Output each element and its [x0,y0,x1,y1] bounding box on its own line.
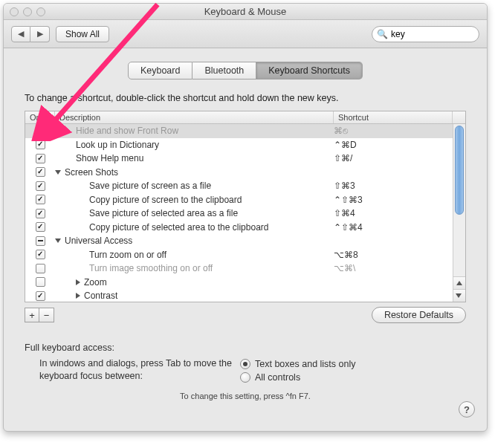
fka-options: Text boxes and lists only All controls [240,357,466,384]
row-checkbox-cell [25,126,55,136]
table-row[interactable]: Screen Shots [25,166,465,180]
column-on[interactable]: On [25,111,55,123]
disclosure-triangle-icon[interactable] [76,279,80,285]
instruction-text: To change a shortcut, double-click the s… [25,93,466,103]
row-checkbox-cell [25,222,55,232]
tab-bar: Keyboard Bluetooth Keyboard Shortcuts [25,62,466,79]
row-shortcut-cell[interactable]: ⌘⎋ [334,126,453,136]
row-label: Save picture of selected area as a file [89,208,238,218]
row-description-cell: Turn zoom on or off [55,250,334,260]
radio-textboxes-indicator [240,359,250,369]
forward-button[interactable]: ▶ [30,26,50,42]
fka-tip: To change this setting, press ^fn F7. [25,392,466,400]
radio-all-controls[interactable]: All controls [240,371,466,384]
row-label: Copy picture of selected area to the cli… [89,222,268,233]
table-row[interactable]: Look up in Dictionary⌃⌘D [25,138,465,152]
back-button[interactable]: ◀ [11,26,30,42]
row-checkbox[interactable] [36,250,45,259]
table-row[interactable]: Turn zoom on or off⌥⌘8 [25,248,465,262]
table-row[interactable]: Contrast [25,289,465,302]
scrollbar-thumb[interactable] [455,126,464,215]
titlebar: Keyboard & Mouse [4,4,487,20]
row-checkbox-cell [25,154,55,163]
row-checkbox[interactable] [36,154,45,163]
search-icon: 🔍 [377,29,388,39]
row-shortcut-cell[interactable]: ⌃⇧⌘4 [334,222,453,233]
column-scroll-gutter [453,111,465,123]
radio-textboxes-label: Text boxes and lists only [255,359,356,369]
table-row[interactable]: Zoom [25,276,465,290]
row-description-cell: Turn image smoothing on or off [55,263,334,273]
scroll-up-button[interactable] [453,276,465,289]
row-description-cell: Screen Shots [55,167,334,178]
row-checkbox[interactable] [36,291,45,301]
row-checkbox[interactable] [36,195,45,204]
row-shortcut-cell[interactable]: ⌥⌘\ [334,263,453,273]
row-checkbox[interactable] [36,209,45,218]
table-row[interactable]: Show Help menu⇧⌘/ [25,152,465,166]
row-checkbox[interactable] [36,277,45,287]
disclosure-triangle-icon[interactable] [55,170,61,175]
shortcuts-table: On Description Shortcut Hide and show Fr… [25,111,466,302]
table-row[interactable]: Hide and show Front Row⌘⎋ [25,124,465,138]
remove-button[interactable]: − [39,308,54,322]
row-label: Hide and show Front Row [76,126,178,136]
row-checkbox[interactable] [36,222,45,232]
table-row[interactable]: Save picture of screen as a file⇧⌘3 [25,179,465,193]
nav-buttons: ◀ ▶ [11,26,50,42]
tab-keyboard-shortcuts[interactable]: Keyboard Shortcuts [256,62,363,79]
row-shortcut-cell[interactable]: ⇧⌘4 [334,208,453,218]
row-label: Save picture of screen as a file [89,181,211,191]
row-description-cell: Save picture of screen as a file [55,181,334,191]
row-description-cell: Contrast [55,290,334,301]
disclosure-triangle-icon[interactable] [76,293,80,299]
row-description-cell: Copy picture of selected area to the cli… [55,222,334,233]
scroll-down-button[interactable] [453,289,465,302]
row-checkbox[interactable] [36,264,45,273]
search-input[interactable] [391,29,488,39]
row-checkbox-cell [25,181,55,191]
row-checkbox-cell [25,167,55,177]
row-description-cell: Look up in Dictionary [55,140,334,150]
table-row[interactable]: Turn image smoothing on or off⌥⌘\ [25,262,465,276]
row-checkbox-cell [25,264,55,273]
show-all-button[interactable]: Show All [56,26,109,42]
row-label: Turn image smoothing on or off [89,263,213,273]
table-row[interactable]: Save picture of selected area as a file⇧… [25,207,465,221]
table-row[interactable]: Copy picture of screen to the clipboard⌃… [25,193,465,207]
tab-bluetooth[interactable]: Bluetooth [192,62,256,79]
radio-textboxes[interactable]: Text boxes and lists only [240,357,466,371]
table-row[interactable]: Universal Access [25,234,465,248]
vertical-scrollbar[interactable] [453,124,465,302]
row-shortcut-cell[interactable]: ⌃⌘D [334,140,453,150]
row-checkbox[interactable] [36,126,45,136]
table-row[interactable]: Copy picture of selected area to the cli… [25,221,465,235]
window-title: Keyboard & Mouse [4,6,487,17]
fka-heading: Full keyboard access: [25,343,466,353]
row-label: Turn zoom on or off [89,250,166,260]
disclosure-triangle-icon[interactable] [55,238,61,243]
column-shortcut[interactable]: Shortcut [334,111,453,123]
toolbar: ◀ ▶ Show All 🔍 ✕ [4,20,487,48]
row-label: Universal Access [65,236,132,246]
row-shortcut-cell[interactable]: ⌃⇧⌘3 [334,195,453,205]
row-label: Contrast [84,290,117,301]
row-checkbox-cell [25,236,55,246]
row-description-cell: Show Help menu [55,153,334,163]
help-button[interactable]: ? [459,401,475,418]
row-checkbox[interactable] [36,181,45,191]
row-label: Look up in Dictionary [76,140,159,150]
add-button[interactable]: + [25,308,39,322]
row-description-cell: Zoom [55,277,334,288]
tab-keyboard[interactable]: Keyboard [128,62,193,79]
row-description-cell: Universal Access [55,236,334,246]
row-shortcut-cell[interactable]: ⌥⌘8 [334,250,453,260]
search-field[interactable]: 🔍 ✕ [372,26,479,42]
row-shortcut-cell[interactable]: ⇧⌘3 [334,181,453,191]
row-checkbox[interactable] [36,140,45,149]
row-checkbox[interactable] [36,236,45,246]
row-checkbox[interactable] [36,167,45,177]
restore-defaults-button[interactable]: Restore Defaults [372,307,466,323]
column-description[interactable]: Description [55,111,334,123]
row-shortcut-cell[interactable]: ⇧⌘/ [334,153,453,163]
